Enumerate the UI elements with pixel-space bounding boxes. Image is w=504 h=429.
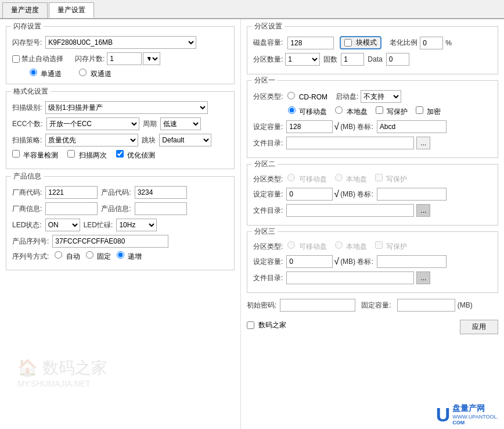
- partition2-type-label: 分区类型:: [253, 174, 283, 184]
- partition1-cap-row: 设定容量: 128 √ (MB) 卷标: Abcd: [253, 120, 492, 133]
- product-info-input[interactable]: [135, 202, 187, 215]
- tab-production-progress[interactable]: 量产进度: [2, 2, 48, 18]
- partition3-local-radio[interactable]: [335, 241, 343, 249]
- partition1-write-protect-label[interactable]: 写保护: [376, 106, 408, 117]
- led-row: LED状态: ON LED忙碌: 10Hz: [12, 219, 228, 231]
- serial-auto-label[interactable]: 自动: [55, 251, 80, 262]
- partition1-title: 分区一: [252, 76, 278, 85]
- led-status-label: LED状态:: [12, 220, 42, 230]
- partition3-write-protect-label[interactable]: 写保护: [375, 241, 407, 252]
- shumajia-check-label[interactable]: 数码之家: [247, 320, 286, 330]
- partition2-dir-input[interactable]: [286, 204, 414, 217]
- partition1-browse-button[interactable]: ...: [416, 137, 430, 149]
- flash-model-select[interactable]: K9F2808U0C_16MB: [45, 36, 196, 49]
- led-busy-label: LED忙碌:: [84, 220, 113, 230]
- strategy-select[interactable]: 质量优先: [45, 134, 138, 146]
- disk-cap-input[interactable]: 128: [287, 37, 334, 49]
- partition3-cap-row: 设定容量: 0 √ (MB) 卷标:: [253, 255, 492, 268]
- partition2-cap-row: 设定容量: 0 √ (MB) 卷标:: [253, 188, 492, 201]
- partition1-cap-input[interactable]: 128: [286, 120, 333, 133]
- apply-button[interactable]: 应用: [460, 320, 498, 334]
- partition2-cap-input[interactable]: 0: [286, 188, 333, 201]
- shumajia-checkbox[interactable]: [247, 321, 254, 329]
- partition1-local-label[interactable]: 本地盘: [335, 106, 367, 117]
- scan-grade-select[interactable]: 级别1:扫描并量产: [45, 101, 208, 114]
- partition3-cap-unit: (MB) 卷标:: [340, 257, 373, 267]
- partition2-local-label[interactable]: 本地盘: [335, 174, 367, 184]
- block-mode-button[interactable]: 块模式: [340, 36, 381, 49]
- partition1-write-protect-checkbox[interactable]: [376, 106, 383, 114]
- led-busy-select[interactable]: 10Hz: [116, 219, 157, 231]
- tab-bar: 量产进度 量产设置: [0, 0, 504, 19]
- partition3-removable-radio[interactable]: [287, 241, 295, 249]
- product-code-input[interactable]: 3234: [135, 186, 187, 199]
- data-input[interactable]: 0: [386, 53, 409, 66]
- logo-u: U: [436, 405, 451, 424]
- partition2-local-radio[interactable]: [335, 174, 343, 181]
- partition1-dir-input[interactable]: [286, 137, 414, 149]
- optimize-detect-checkbox[interactable]: [116, 150, 124, 158]
- partition2-removable-radio[interactable]: [287, 174, 295, 181]
- jump-select[interactable]: Default: [159, 134, 211, 146]
- partition1-label-input[interactable]: Abcd: [377, 120, 447, 133]
- serial-fixed-radio[interactable]: [86, 251, 93, 259]
- partition3-local-label[interactable]: 本地盘: [335, 241, 367, 252]
- ecc-select[interactable]: 开放一个ECC: [46, 117, 139, 130]
- led-status-select[interactable]: ON: [45, 219, 80, 231]
- partition-count-select[interactable]: 1: [285, 53, 320, 66]
- disable-auto-checkbox[interactable]: [12, 55, 20, 63]
- aging-label: 老化比例: [390, 38, 417, 48]
- partition1-boot-select[interactable]: 不支持: [361, 90, 401, 103]
- partition3-title: 分区三: [252, 227, 278, 237]
- dual-channel-radio[interactable]: [79, 69, 87, 76]
- partition2-browse-button[interactable]: ...: [416, 204, 430, 217]
- dual-channel-label[interactable]: 双通道: [79, 69, 111, 79]
- partition2-write-protect-checkbox[interactable]: [375, 174, 383, 181]
- serial-increment-radio[interactable]: [117, 251, 124, 259]
- partition1-encrypt-checkbox[interactable]: [416, 106, 423, 114]
- partition1-local-radio[interactable]: [335, 106, 343, 114]
- partition1-encrypt-label[interactable]: 加密: [416, 106, 441, 117]
- partition3-removable-label[interactable]: 可移动盘: [287, 241, 326, 252]
- single-channel-radio[interactable]: [30, 69, 37, 76]
- partition2-removable-label[interactable]: 可移动盘: [287, 174, 326, 184]
- product-code-label: 产品代码:: [101, 188, 131, 198]
- partition1-disk-type-row: 可移动盘 本地盘 写保护 加密: [253, 106, 492, 117]
- partition1-removable-radio[interactable]: [288, 106, 296, 114]
- fixed-cap-input[interactable]: [397, 299, 455, 312]
- single-channel-label[interactable]: 单通道: [30, 69, 62, 79]
- serial-increment-label[interactable]: 递增: [117, 251, 142, 262]
- partition2-label-input[interactable]: [377, 188, 447, 201]
- serial-auto-radio[interactable]: [55, 251, 62, 259]
- partition1-cdrom-label[interactable]: CD-ROM: [287, 92, 327, 101]
- partition1-removable-label[interactable]: 可移动盘: [288, 106, 327, 117]
- partition3-dir-input[interactable]: [286, 271, 414, 284]
- partition3-cap-input[interactable]: 0: [286, 255, 333, 268]
- aging-input[interactable]: 0: [420, 37, 443, 49]
- init-password-input[interactable]: [280, 299, 355, 312]
- partition3-type-label: 分区类型:: [253, 242, 283, 252]
- tab-production-settings[interactable]: 量产设置: [49, 2, 94, 18]
- partition3-label-input[interactable]: [377, 255, 447, 268]
- serial-input[interactable]: 37FCCFCFCFFAE080: [52, 235, 168, 248]
- serial-fixed-label[interactable]: 固定: [86, 251, 111, 262]
- vendor-code-input[interactable]: 1221: [45, 186, 98, 199]
- flash-count-input[interactable]: 1: [107, 52, 142, 65]
- partition3-cap-label: 设定容量:: [253, 257, 283, 267]
- partition3-browse-button[interactable]: ...: [416, 271, 430, 284]
- optimize-detect-label[interactable]: 优化侦测: [116, 150, 155, 160]
- block-mode-checkbox[interactable]: [344, 39, 352, 47]
- half-cap-label[interactable]: 半容量检测: [12, 150, 58, 160]
- fixed-count-input[interactable]: 1: [341, 53, 364, 66]
- scan-twice-label[interactable]: 扫描两次: [67, 150, 106, 160]
- scan-twice-checkbox[interactable]: [67, 150, 75, 158]
- half-cap-checkbox[interactable]: [12, 150, 20, 158]
- period-select[interactable]: 低速: [160, 117, 201, 130]
- partition1-boot-label: 启动盘:: [336, 92, 358, 102]
- flash-count-select[interactable]: ▼: [143, 52, 160, 65]
- scan-grade-row: 扫描级别: 级别1:扫描并量产: [12, 101, 228, 114]
- partition1-cdrom-radio[interactable]: [287, 92, 295, 99]
- partition2-write-protect-label[interactable]: 写保护: [375, 174, 407, 184]
- partition3-write-protect-checkbox[interactable]: [375, 241, 383, 249]
- vendor-info-input[interactable]: [45, 202, 98, 215]
